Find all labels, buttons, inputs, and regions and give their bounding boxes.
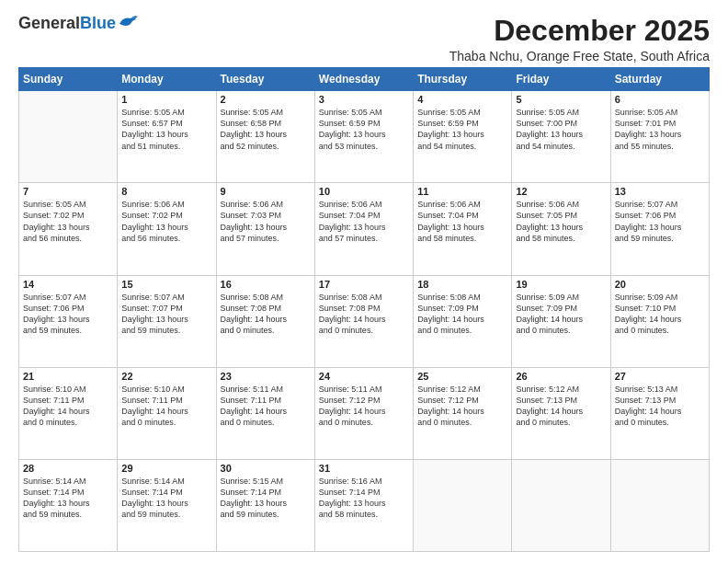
logo: GeneralBlue xyxy=(18,15,138,33)
calendar-cell: 4Sunrise: 5:05 AM Sunset: 6:59 PM Daylig… xyxy=(414,91,512,183)
day-number: 6 xyxy=(615,94,705,105)
cell-info: Sunrise: 5:14 AM Sunset: 7:14 PM Dayligh… xyxy=(23,476,113,521)
calendar-table: SundayMondayTuesdayWednesdayThursdayFrid… xyxy=(18,67,710,552)
cell-info: Sunrise: 5:08 AM Sunset: 7:08 PM Dayligh… xyxy=(319,292,409,337)
day-number: 20 xyxy=(615,279,705,290)
calendar-cell: 16Sunrise: 5:08 AM Sunset: 7:08 PM Dayli… xyxy=(216,275,314,367)
calendar-cell: 12Sunrise: 5:06 AM Sunset: 7:05 PM Dayli… xyxy=(512,183,610,275)
day-number: 26 xyxy=(516,371,606,382)
header: GeneralBlue December 2025 Thaba Nchu, Or… xyxy=(18,15,710,63)
day-number: 18 xyxy=(417,279,507,290)
cell-info: Sunrise: 5:12 AM Sunset: 7:13 PM Dayligh… xyxy=(516,384,606,429)
day-number: 3 xyxy=(319,94,409,105)
cell-info: Sunrise: 5:05 AM Sunset: 6:58 PM Dayligh… xyxy=(221,107,311,152)
calendar-cell: 19Sunrise: 5:09 AM Sunset: 7:09 PM Dayli… xyxy=(512,275,610,367)
day-number: 21 xyxy=(23,371,113,382)
cell-info: Sunrise: 5:05 AM Sunset: 6:59 PM Dayligh… xyxy=(319,107,409,152)
calendar-cell: 27Sunrise: 5:13 AM Sunset: 7:13 PM Dayli… xyxy=(610,367,709,459)
cell-info: Sunrise: 5:05 AM Sunset: 6:59 PM Dayligh… xyxy=(417,107,507,152)
calendar-cell: 6Sunrise: 5:05 AM Sunset: 7:01 PM Daylig… xyxy=(610,91,709,183)
cell-info: Sunrise: 5:06 AM Sunset: 7:02 PM Dayligh… xyxy=(121,199,211,244)
day-number: 29 xyxy=(121,463,211,474)
calendar-cell: 21Sunrise: 5:10 AM Sunset: 7:11 PM Dayli… xyxy=(19,367,118,459)
day-number: 19 xyxy=(516,279,606,290)
calendar-cell: 25Sunrise: 5:12 AM Sunset: 7:12 PM Dayli… xyxy=(414,367,512,459)
day-number: 16 xyxy=(221,279,311,290)
cell-info: Sunrise: 5:14 AM Sunset: 7:14 PM Dayligh… xyxy=(121,476,211,521)
cell-info: Sunrise: 5:05 AM Sunset: 7:02 PM Dayligh… xyxy=(23,199,113,244)
calendar-cell: 28Sunrise: 5:14 AM Sunset: 7:14 PM Dayli… xyxy=(19,459,118,551)
day-number: 5 xyxy=(516,94,606,105)
day-number: 8 xyxy=(121,186,211,197)
subtitle: Thaba Nchu, Orange Free State, South Afr… xyxy=(449,49,710,63)
calendar-cell: 22Sunrise: 5:10 AM Sunset: 7:11 PM Dayli… xyxy=(118,367,216,459)
day-number: 23 xyxy=(221,371,311,382)
cell-info: Sunrise: 5:10 AM Sunset: 7:11 PM Dayligh… xyxy=(23,384,113,429)
page: GeneralBlue December 2025 Thaba Nchu, Or… xyxy=(0,0,728,563)
cell-info: Sunrise: 5:05 AM Sunset: 7:01 PM Dayligh… xyxy=(615,107,705,152)
day-number: 10 xyxy=(319,186,409,197)
cell-info: Sunrise: 5:06 AM Sunset: 7:04 PM Dayligh… xyxy=(417,199,507,244)
cell-info: Sunrise: 5:09 AM Sunset: 7:09 PM Dayligh… xyxy=(516,292,606,337)
day-number: 24 xyxy=(319,371,409,382)
calendar-week-2: 7Sunrise: 5:05 AM Sunset: 7:02 PM Daylig… xyxy=(19,183,710,275)
calendar-cell: 24Sunrise: 5:11 AM Sunset: 7:12 PM Dayli… xyxy=(314,367,413,459)
calendar-header-wednesday: Wednesday xyxy=(314,68,413,91)
cell-info: Sunrise: 5:15 AM Sunset: 7:14 PM Dayligh… xyxy=(221,476,311,521)
logo-general: General xyxy=(18,14,80,32)
cell-info: Sunrise: 5:05 AM Sunset: 7:00 PM Dayligh… xyxy=(516,107,606,152)
cell-info: Sunrise: 5:07 AM Sunset: 7:07 PM Dayligh… xyxy=(121,292,211,337)
calendar-header-thursday: Thursday xyxy=(414,68,512,91)
calendar-cell: 17Sunrise: 5:08 AM Sunset: 7:08 PM Dayli… xyxy=(314,275,413,367)
cell-info: Sunrise: 5:06 AM Sunset: 7:04 PM Dayligh… xyxy=(319,199,409,244)
day-number: 2 xyxy=(221,94,311,105)
calendar-cell xyxy=(19,91,118,183)
logo-blue: Blue xyxy=(80,14,116,32)
calendar-week-5: 28Sunrise: 5:14 AM Sunset: 7:14 PM Dayli… xyxy=(19,459,710,551)
calendar-cell xyxy=(414,459,512,551)
day-number: 31 xyxy=(319,463,409,474)
cell-info: Sunrise: 5:16 AM Sunset: 7:14 PM Dayligh… xyxy=(319,476,409,521)
calendar-cell: 30Sunrise: 5:15 AM Sunset: 7:14 PM Dayli… xyxy=(216,459,314,551)
calendar-cell: 26Sunrise: 5:12 AM Sunset: 7:13 PM Dayli… xyxy=(512,367,610,459)
calendar-cell xyxy=(512,459,610,551)
calendar-cell: 9Sunrise: 5:06 AM Sunset: 7:03 PM Daylig… xyxy=(216,183,314,275)
title-section: December 2025 Thaba Nchu, Orange Free St… xyxy=(449,15,710,63)
cell-info: Sunrise: 5:06 AM Sunset: 7:05 PM Dayligh… xyxy=(516,199,606,244)
cell-info: Sunrise: 5:12 AM Sunset: 7:12 PM Dayligh… xyxy=(417,384,507,429)
calendar-header-saturday: Saturday xyxy=(610,68,709,91)
day-number: 11 xyxy=(417,186,507,197)
calendar-cell: 10Sunrise: 5:06 AM Sunset: 7:04 PM Dayli… xyxy=(314,183,413,275)
day-number: 27 xyxy=(615,371,705,382)
day-number: 15 xyxy=(121,279,211,290)
day-number: 14 xyxy=(23,279,113,290)
cell-info: Sunrise: 5:10 AM Sunset: 7:11 PM Dayligh… xyxy=(121,384,211,429)
cell-info: Sunrise: 5:11 AM Sunset: 7:11 PM Dayligh… xyxy=(221,384,311,429)
calendar-cell: 15Sunrise: 5:07 AM Sunset: 7:07 PM Dayli… xyxy=(118,275,216,367)
cell-info: Sunrise: 5:07 AM Sunset: 7:06 PM Dayligh… xyxy=(615,199,705,244)
calendar-cell: 20Sunrise: 5:09 AM Sunset: 7:10 PM Dayli… xyxy=(610,275,709,367)
calendar-week-4: 21Sunrise: 5:10 AM Sunset: 7:11 PM Dayli… xyxy=(19,367,710,459)
cell-info: Sunrise: 5:13 AM Sunset: 7:13 PM Dayligh… xyxy=(615,384,705,429)
calendar-cell xyxy=(610,459,709,551)
calendar-header-tuesday: Tuesday xyxy=(216,68,314,91)
cell-info: Sunrise: 5:07 AM Sunset: 7:06 PM Dayligh… xyxy=(23,292,113,337)
calendar-cell: 5Sunrise: 5:05 AM Sunset: 7:00 PM Daylig… xyxy=(512,91,610,183)
calendar-cell: 8Sunrise: 5:06 AM Sunset: 7:02 PM Daylig… xyxy=(118,183,216,275)
day-number: 13 xyxy=(615,186,705,197)
day-number: 30 xyxy=(221,463,311,474)
day-number: 9 xyxy=(221,186,311,197)
day-number: 12 xyxy=(516,186,606,197)
calendar-week-3: 14Sunrise: 5:07 AM Sunset: 7:06 PM Dayli… xyxy=(19,275,710,367)
cell-info: Sunrise: 5:09 AM Sunset: 7:10 PM Dayligh… xyxy=(615,292,705,337)
day-number: 17 xyxy=(319,279,409,290)
calendar-header-row: SundayMondayTuesdayWednesdayThursdayFrid… xyxy=(19,68,710,91)
calendar-cell: 13Sunrise: 5:07 AM Sunset: 7:06 PM Dayli… xyxy=(610,183,709,275)
cell-info: Sunrise: 5:06 AM Sunset: 7:03 PM Dayligh… xyxy=(221,199,311,244)
day-number: 1 xyxy=(121,94,211,105)
calendar-cell: 1Sunrise: 5:05 AM Sunset: 6:57 PM Daylig… xyxy=(118,91,216,183)
calendar-cell: 11Sunrise: 5:06 AM Sunset: 7:04 PM Dayli… xyxy=(414,183,512,275)
cell-info: Sunrise: 5:11 AM Sunset: 7:12 PM Dayligh… xyxy=(319,384,409,429)
month-title: December 2025 xyxy=(449,15,710,47)
day-number: 25 xyxy=(417,371,507,382)
